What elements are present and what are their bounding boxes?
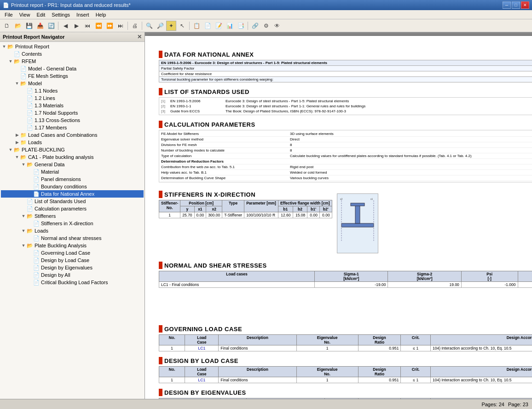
tree-expand-icon — [20, 205, 27, 212]
tree-item-design-all[interactable]: 📄Design by All — [1, 271, 144, 279]
menu-edit[interactable]: Edit — [34, 12, 48, 18]
governing-table: No. LoadCase Description EigenvalueNo. D… — [159, 334, 532, 351]
maximize-button[interactable]: □ — [512, 1, 520, 9]
prev-button[interactable]: ⏪ — [93, 21, 104, 31]
print-button[interactable]: 🖨 — [130, 21, 140, 31]
open-button[interactable]: 📂 — [13, 21, 23, 31]
tree-node-icon: 📄 — [27, 206, 33, 212]
tree-item-nodal-supports[interactable]: 📄1.7 Nodal Supports — [1, 109, 144, 117]
tree-expand-icon — [20, 95, 27, 101]
link-button[interactable]: 🔗 — [250, 21, 260, 31]
tree-expand-icon: ▶ — [14, 132, 20, 138]
tree-item-critical-buckling[interactable]: 📄Critical Buckling Load Factors — [1, 279, 144, 286]
minimize-button[interactable]: ─ — [503, 1, 511, 9]
tree-item-stiffeners[interactable]: ▼📂Stiffeners — [1, 212, 144, 220]
tree-item-model-general[interactable]: 📄Model - General Data — [1, 65, 144, 72]
tree-item-general-data[interactable]: ▼📂General Data — [1, 161, 144, 168]
copy-button[interactable]: 📋 — [191, 21, 202, 31]
tree-expand-icon — [7, 51, 14, 57]
content-area[interactable]: DATA FOR NATIONAL ANNEX EN 1993-1-5:2006… — [145, 32, 532, 399]
forward-button[interactable]: ▶ — [71, 21, 81, 31]
tree-item-cross-sections[interactable]: 📄1.13 Cross-Sections — [1, 117, 144, 124]
tree-item-rfem[interactable]: ▼📂RFEM — [1, 58, 144, 65]
tree-item-stiffeners-x[interactable]: 📄Stiffeners in X-direction — [1, 220, 144, 227]
table-row: 1 LC1 Final conditions 1 0.951 ≤ 1 104) … — [159, 377, 532, 383]
next-button[interactable]: ⏩ — [104, 21, 115, 31]
normal-shear-table: Load cases Sigma-1[kN/cm²] Sigma-2[kN/cm… — [159, 271, 532, 288]
tree-item-nodes[interactable]: 📄1.1 Nodes — [1, 87, 144, 94]
tree-node-label: Design by All — [41, 272, 70, 278]
tree-expand-icon — [27, 279, 33, 286]
navigator-title: Printout Report Navigator — [3, 34, 64, 40]
menu-view[interactable]: View — [17, 12, 33, 18]
tree-item-loads-rfem[interactable]: ▶📁Loads — [1, 139, 144, 146]
menu-file[interactable]: File — [2, 12, 16, 18]
tree-item-ca1[interactable]: ▼📂CA1 - Plate buckling analysis — [1, 153, 144, 161]
tree-item-plate-buckling[interactable]: ▼📂PLATE-BUCKLING — [1, 146, 144, 153]
tree-node-label: Design by Load Case — [41, 257, 89, 263]
tree-item-members[interactable]: 📄1.17 Members — [1, 124, 144, 131]
tree-expand-icon: ▼ — [14, 154, 20, 160]
tree-item-load-cases[interactable]: ▶📁Load Cases and Combinations — [1, 131, 144, 139]
tree-node-icon: 📄 — [33, 280, 40, 286]
tree-item-contents[interactable]: 📄Contents — [1, 50, 144, 58]
sep2 — [127, 22, 128, 30]
tree-node-icon: 📄 — [27, 199, 33, 204]
tree-node-icon: 📄 — [33, 272, 40, 278]
tree-item-boundary[interactable]: 📄Boundary conditions — [1, 183, 144, 190]
zoom-in-button[interactable]: 🔍 — [144, 21, 154, 31]
back-button[interactable]: ◀ — [60, 21, 70, 31]
tree-item-plate-analysis[interactable]: ▼📂Plate Buckling Analysis — [1, 242, 144, 249]
export2-button[interactable]: 📊 — [225, 21, 235, 31]
section-title-standards: LIST OF STANDARDS USED — [164, 88, 249, 95]
tree-item-design-eigen[interactable]: 📄Design by Eigenvalues — [1, 264, 144, 271]
tree-item-governing[interactable]: 📄Governing Load Case — [1, 249, 144, 257]
settings-button[interactable]: ⚙ — [261, 21, 271, 31]
tree-item-material[interactable]: 📄Material — [1, 168, 144, 175]
pointer-button[interactable]: ↖ — [177, 21, 187, 31]
table-row: LC1 - Final conditions -19.00 19.00 -1.0… — [159, 282, 532, 288]
tree-item-normal-shear[interactable]: 📄Normal and shear stresses — [1, 234, 144, 242]
export-pdf-button[interactable]: 📄 — [202, 21, 213, 31]
tree-item-fe-mesh[interactable]: 📄FE Mesh Settings — [1, 72, 144, 80]
tree-node-label: Loads — [28, 140, 42, 145]
tree-node-label: Plate Buckling Analysis — [35, 243, 87, 248]
tree-expand-icon — [27, 183, 33, 190]
save-as-button[interactable]: 📥 — [35, 21, 45, 31]
tree-item-national-annex[interactable]: 📄Data for National Annex — [1, 190, 144, 198]
tree-item-model[interactable]: ▼📂Model — [1, 80, 144, 87]
new-button[interactable]: 🗋 — [2, 21, 12, 31]
menu-settings[interactable]: Settings — [49, 12, 73, 18]
tree-item-lines[interactable]: 📄1.2 Lines — [1, 94, 144, 102]
tree-item-panel-dims[interactable]: 📄Panel dimensions — [1, 175, 144, 183]
highlight-button[interactable]: ✦ — [166, 21, 176, 31]
menu-help[interactable]: Help — [93, 12, 109, 18]
tree-item-standards[interactable]: 📄List of Standards Used — [1, 198, 144, 205]
export-rtf-button[interactable]: 📝 — [214, 21, 224, 31]
tree-item-materials[interactable]: 📄1.3 Materials — [1, 102, 144, 109]
standard-row: EN 1993-1-5:2006 - Eurocode 3: Design of… — [159, 60, 532, 66]
table-row: Divisions for FE mesh8 — [161, 142, 532, 148]
last-button[interactable]: ⏭ — [116, 21, 126, 31]
tree-item-printout-report[interactable]: ▼📂Printout Report — [1, 43, 144, 50]
navigator-tree[interactable]: ▼📂Printout Report📄Contents▼📂RFEM📄Model -… — [0, 42, 145, 399]
tree-node-icon: 📄 — [27, 110, 33, 116]
navigator-close[interactable]: ✕ — [137, 34, 142, 40]
tree-expand-icon — [27, 191, 33, 197]
preview-button[interactable]: 👁 — [272, 21, 282, 31]
page-label: Page: 23 — [508, 402, 528, 407]
reload-button[interactable]: 🔄 — [46, 21, 56, 31]
zoom-out-button[interactable]: 🔎 — [155, 21, 165, 31]
tree-item-calc-params[interactable]: 📄Calculation parameters — [1, 205, 144, 212]
tree-node-label: Normal and shear stresses — [41, 235, 101, 241]
save-button[interactable]: 💾 — [24, 21, 34, 31]
tree-item-loads[interactable]: ▼📂Loads — [1, 227, 144, 234]
close-button[interactable]: ✕ — [521, 1, 529, 9]
tree-item-design-load[interactable]: 📄Design by Load Case — [1, 257, 144, 264]
menu-insert[interactable]: Insert — [74, 12, 92, 18]
tree-expand-icon: ▼ — [20, 228, 27, 234]
export3-button[interactable]: 📑 — [236, 21, 246, 31]
tree-node-icon: 📄 — [33, 176, 40, 182]
first-button[interactable]: ⏮ — [82, 21, 93, 31]
current-page: 23 — [523, 402, 528, 407]
